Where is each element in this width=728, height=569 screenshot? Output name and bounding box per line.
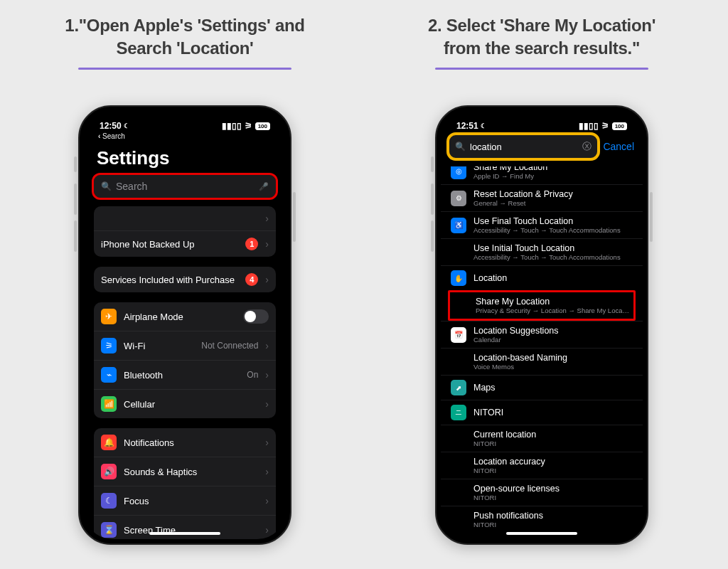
accessibility-icon: ♿ xyxy=(451,218,466,233)
result-nitori-app[interactable]: ニ NITORI xyxy=(441,400,643,425)
signal-icon: ▮▮▯▯ xyxy=(222,121,242,131)
mic-icon[interactable]: 🎤 xyxy=(259,182,269,191)
search-placeholder: Search xyxy=(116,181,255,192)
chevron-right-icon: › xyxy=(265,369,269,381)
chevron-right-icon: › xyxy=(265,238,269,250)
underline-decor xyxy=(435,68,648,70)
power-button xyxy=(650,192,653,242)
result-share-my-location-findmy[interactable]: ◎ Share My Location Apple ID → Find My xyxy=(441,166,643,184)
chevron-right-icon: › xyxy=(265,274,269,285)
search-icon: 🔍 xyxy=(101,181,112,191)
sounds-icon: 🔊 xyxy=(101,464,117,479)
gear-icon: ⚙ xyxy=(451,191,466,206)
chevron-right-icon: › xyxy=(265,213,269,224)
screen-2: 12:51 ☾ ▮▮▯▯ ⚞ 100 🔍 location ⓧ Cancel ◎ xyxy=(441,111,643,539)
result-location-based-naming[interactable]: Location-based Naming Voice Memos xyxy=(441,348,643,375)
result-use-final-touch[interactable]: ♿ Use Final Touch Location Accessibility… xyxy=(441,211,643,238)
nitori-icon: ニ xyxy=(451,405,466,420)
wifi-icon: ⚞ xyxy=(101,338,117,353)
group-alerts: › iPhone Not Backed Up 1 › xyxy=(94,206,276,257)
search-results[interactable]: ◎ Share My Location Apple ID → Find My ⚙… xyxy=(441,166,643,532)
group-notifications: 🔔 Notifications › 🔊 Sounds & Haptics › ☾… xyxy=(94,428,276,539)
privacy-hand-icon: ✋ xyxy=(451,270,466,286)
search-header: 🔍 location ⓧ Cancel xyxy=(441,132,643,164)
screen-1: 12:50 ☾ ▮▮▯▯ ⚞ 100 Search Settings 🔍 Sea… xyxy=(84,111,286,539)
chevron-right-icon: › xyxy=(265,398,269,410)
volume-down xyxy=(74,220,77,252)
chevron-right-icon: › xyxy=(265,524,269,536)
status-bar: 12:50 ☾ ▮▮▯▯ ⚞ 100 xyxy=(84,111,286,132)
result-share-my-location-privacy[interactable]: Share My Location Privacy & Security → L… xyxy=(450,292,633,319)
wifi-icon: ⚞ xyxy=(245,121,252,131)
row-blank-top[interactable]: › xyxy=(94,206,276,230)
highlighted-result: Share My Location Privacy & Security → L… xyxy=(448,290,636,321)
status-bar: 12:51 ☾ ▮▮▯▯ ⚞ 100 xyxy=(441,111,643,132)
row-cellular[interactable]: 📶 Cellular › xyxy=(94,389,276,418)
group-services: Services Included with Purchase 4 › xyxy=(94,267,276,292)
phone-mock-2: 12:51 ☾ ▮▮▯▯ ⚞ 100 🔍 location ⓧ Cancel ◎ xyxy=(435,105,648,545)
chevron-right-icon: › xyxy=(265,495,269,506)
bluetooth-icon: ⌁ xyxy=(101,367,117,383)
step-1: 1."Open Apple's 'Settings' and Search 'L… xyxy=(21,14,348,70)
signal-icon: ▮▮▯▯ xyxy=(579,121,599,131)
cellular-icon: 📶 xyxy=(101,396,117,412)
result-push-notifications[interactable]: Push notifications NITORI xyxy=(441,506,643,532)
row-screen-time[interactable]: ⌛ Screen Time › xyxy=(94,515,276,539)
cancel-button[interactable]: Cancel xyxy=(603,141,634,152)
volume-up xyxy=(431,184,434,215)
findmy-icon: ◎ xyxy=(451,166,466,179)
row-airplane-mode[interactable]: ✈ Airplane Mode xyxy=(94,302,276,331)
row-focus[interactable]: ☾ Focus › xyxy=(94,486,276,515)
battery-icon: 100 xyxy=(612,122,627,130)
notifications-icon: 🔔 xyxy=(101,435,117,450)
step-2-title: 2. Select 'Share My Location' from the s… xyxy=(378,14,705,60)
row-bluetooth[interactable]: ⌁ Bluetooth On › xyxy=(94,360,276,389)
focus-icon: ☾ xyxy=(101,493,117,509)
home-indicator[interactable] xyxy=(506,532,577,535)
search-input[interactable]: 🔍 Search 🎤 xyxy=(94,175,276,198)
battery-icon: 100 xyxy=(255,122,270,130)
row-sounds-haptics[interactable]: 🔊 Sounds & Haptics › xyxy=(94,457,276,486)
search-input[interactable]: 🔍 location ⓧ xyxy=(449,135,597,158)
page-title: Settings xyxy=(84,144,286,175)
row-wifi[interactable]: ⚞ Wi-Fi Not Connected › xyxy=(94,331,276,360)
airplane-icon: ✈ xyxy=(101,309,117,324)
airplane-toggle[interactable] xyxy=(243,309,269,324)
mute-switch xyxy=(431,156,434,172)
step-1-title: 1."Open Apple's 'Settings' and Search 'L… xyxy=(21,14,348,60)
result-current-location[interactable]: Current location NITORI xyxy=(441,425,643,452)
underline-decor xyxy=(78,68,291,70)
clear-icon[interactable]: ⓧ xyxy=(582,140,592,153)
result-location-accuracy[interactable]: Location accuracy NITORI xyxy=(441,452,643,479)
row-services-included[interactable]: Services Included with Purchase 4 › xyxy=(94,267,276,292)
home-indicator[interactable] xyxy=(149,532,220,535)
power-button xyxy=(293,192,296,242)
result-location-suggestions[interactable]: 📅 Location Suggestions Calendar xyxy=(441,321,643,348)
calendar-icon: 📅 xyxy=(451,327,466,343)
volume-up xyxy=(74,184,77,215)
group-connectivity: ✈ Airplane Mode ⚞ Wi-Fi Not Connected › … xyxy=(94,302,276,418)
step-2: 2. Select 'Share My Location' from the s… xyxy=(378,14,705,70)
screentime-icon: ⌛ xyxy=(101,522,117,538)
result-maps[interactable]: ⬈ Maps xyxy=(441,375,643,400)
chevron-right-icon: › xyxy=(265,466,269,477)
result-reset-location-privacy[interactable]: ⚙ Reset Location & Privacy General → Res… xyxy=(441,184,643,211)
wifi-icon: ⚞ xyxy=(601,121,609,131)
row-iphone-not-backed-up[interactable]: iPhone Not Backed Up 1 › xyxy=(94,230,276,257)
maps-icon: ⬈ xyxy=(451,380,466,395)
row-notifications[interactable]: 🔔 Notifications › xyxy=(94,428,276,457)
result-location[interactable]: ✋ Location xyxy=(441,265,643,290)
back-search-link[interactable]: Search xyxy=(84,132,286,144)
chevron-right-icon: › xyxy=(265,340,269,351)
search-value: location xyxy=(470,142,578,152)
volume-down xyxy=(431,220,434,252)
search-icon: 🔍 xyxy=(455,142,466,151)
phone-mock-1: 12:50 ☾ ▮▮▯▯ ⚞ 100 Search Settings 🔍 Sea… xyxy=(78,105,291,545)
badge: 1 xyxy=(245,238,258,250)
dnd-moon-icon: ☾ xyxy=(481,122,486,129)
result-open-source-licenses[interactable]: Open-source licenses NITORI xyxy=(441,479,643,506)
clock: 12:51 xyxy=(456,121,478,131)
badge: 4 xyxy=(245,273,258,286)
result-use-initial-touch[interactable]: Use Initial Touch Location Accessibility… xyxy=(441,238,643,265)
chevron-right-icon: › xyxy=(265,437,269,448)
